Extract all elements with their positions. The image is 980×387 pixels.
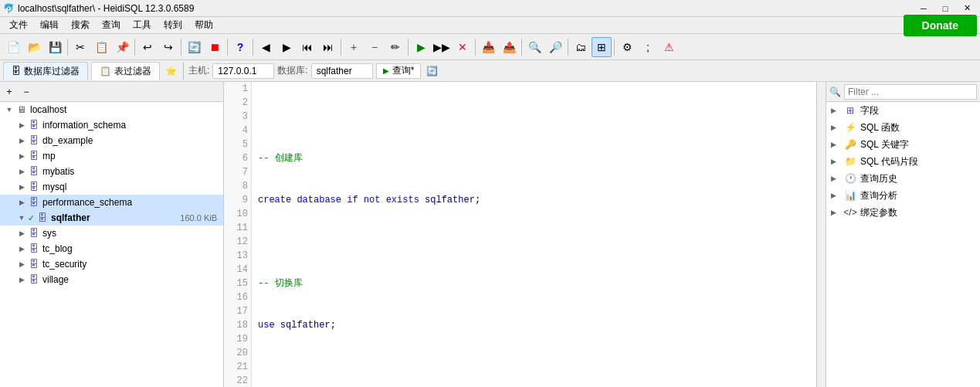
tree-item-mybatis[interactable]: ▶ 🗄 mybatis bbox=[0, 164, 223, 179]
right-item-params[interactable]: ▶ </> 绑定参数 bbox=[826, 204, 980, 221]
maximize-button[interactable]: □ bbox=[935, 2, 955, 15]
filter-search-icon: 🔍 bbox=[829, 87, 841, 97]
right-item-sqlfunc[interactable]: ▶ ⚡ SQL 函数 bbox=[826, 119, 980, 136]
donate-button[interactable]: Donate bbox=[904, 15, 977, 36]
sidebar: + − ▼ 🖥 localhost ▶ 🗄 information_schema… bbox=[0, 82, 224, 387]
undo-button[interactable]: ↩ bbox=[137, 37, 158, 57]
tree-item-sys[interactable]: ▶ 🗄 sys bbox=[0, 226, 223, 241]
run-button[interactable]: ▶ bbox=[411, 37, 431, 57]
expander-sys: ▶ bbox=[15, 229, 28, 237]
fields-icon: ⊞ bbox=[843, 105, 857, 116]
expand-all-button[interactable]: + bbox=[2, 84, 17, 100]
semicolon-btn[interactable]: ; bbox=[638, 37, 658, 57]
help-button[interactable]: ? bbox=[230, 37, 250, 57]
toolbar-sep-8 bbox=[475, 39, 476, 56]
right-item-snippet[interactable]: ▶ 📁 SQL 代码片段 bbox=[826, 153, 980, 170]
sql-editor[interactable]: 12345 678910 1112131415 1617181920 21222… bbox=[224, 82, 816, 387]
menubar: 文件 编辑 搜索 查询 工具 转到 帮助 Donate bbox=[0, 17, 980, 34]
add-row-button[interactable]: + bbox=[344, 37, 364, 57]
delete-row-button[interactable]: − bbox=[365, 37, 385, 57]
save-button[interactable]: 💾 bbox=[45, 37, 65, 57]
redo-button[interactable]: ↪ bbox=[158, 37, 178, 57]
edit-row-button[interactable]: ✏ bbox=[385, 37, 405, 57]
query-refresh-button[interactable]: 🔄 bbox=[424, 63, 439, 79]
import-button[interactable]: 📥 bbox=[478, 37, 498, 57]
stop-button[interactable]: ⏹ bbox=[205, 37, 225, 57]
tree-label-sqlfather: sqlfather bbox=[51, 212, 90, 223]
last-button[interactable]: ⏭ bbox=[318, 37, 338, 57]
menu-tools[interactable]: 工具 bbox=[127, 17, 158, 33]
tree-item-mp[interactable]: ▶ 🗄 mp bbox=[0, 148, 223, 164]
paste-button[interactable]: 📌 bbox=[112, 37, 132, 57]
tree-item-village[interactable]: ▶ 🗄 village bbox=[0, 272, 223, 287]
tree-item-tc-security[interactable]: ▶ 🗄 tc_security bbox=[0, 256, 223, 272]
tree-item-localhost[interactable]: ▼ 🖥 localhost bbox=[0, 102, 223, 117]
right-item-sqlkw[interactable]: ▶ 🔑 SQL 关键字 bbox=[826, 136, 980, 153]
next-button[interactable]: ▶ bbox=[276, 37, 297, 57]
params-expander: ▶ bbox=[831, 209, 840, 216]
grid-btn[interactable]: ⊞ bbox=[592, 37, 612, 57]
menu-edit[interactable]: 编辑 bbox=[34, 17, 65, 33]
table-btn[interactable]: 🗂 bbox=[571, 37, 591, 57]
menu-goto[interactable]: 转到 bbox=[158, 17, 188, 33]
cut-button[interactable]: ✂ bbox=[70, 37, 90, 57]
new-button[interactable]: 📄 bbox=[3, 37, 23, 57]
host-field[interactable] bbox=[212, 63, 274, 79]
export-button[interactable]: 📤 bbox=[499, 37, 519, 57]
db-icon-perf-schema: 🗄 bbox=[28, 197, 40, 208]
tree-item-information-schema[interactable]: ▶ 🗄 information_schema bbox=[0, 117, 223, 133]
db-icon-mp: 🗄 bbox=[28, 151, 40, 161]
sidebar-toolbar: + − bbox=[0, 82, 223, 102]
db-field[interactable] bbox=[311, 63, 373, 79]
tree-item-tc-blog[interactable]: ▶ 🗄 tc_blog bbox=[0, 241, 223, 256]
tree-item-mysql[interactable]: ▶ 🗄 mysql bbox=[0, 179, 223, 195]
tree-item-sqlfather[interactable]: ▼ ✓ 🗄 sqlfather 160.0 KiB bbox=[0, 210, 223, 226]
menu-file[interactable]: 文件 bbox=[3, 17, 34, 33]
tree-label-localhost: localhost bbox=[30, 104, 66, 115]
sql-code[interactable]: -- 创建库 create database if not exists sql… bbox=[252, 82, 816, 387]
vertical-scrollbar[interactable] bbox=[816, 82, 826, 387]
error-btn[interactable]: ⚠ bbox=[659, 37, 679, 57]
titlebar-text: localhost\sqlfather\ - HeidiSQL 12.3.0.6… bbox=[18, 3, 194, 14]
snippet-expander: ▶ bbox=[831, 158, 840, 165]
db-icon-info-schema: 🗄 bbox=[28, 120, 40, 131]
tree-item-performance-schema[interactable]: ▶ 🗄 performance_schema bbox=[0, 195, 223, 210]
cancel-button[interactable]: ✕ bbox=[453, 37, 473, 57]
menu-query[interactable]: 查询 bbox=[96, 17, 127, 33]
close-button[interactable]: ✕ bbox=[957, 2, 977, 15]
open-button[interactable]: 📂 bbox=[24, 37, 44, 57]
db-filter-tab[interactable]: 🗄 数据库过滤器 bbox=[3, 62, 88, 80]
minimize-button[interactable]: ─ bbox=[914, 2, 934, 15]
run-all-button[interactable]: ▶▶ bbox=[432, 37, 452, 57]
refresh-button[interactable]: 🔄 bbox=[184, 37, 204, 57]
tree-label-mysql: mysql bbox=[42, 182, 66, 192]
db-icon-mysql: 🗄 bbox=[28, 182, 40, 192]
star-button[interactable]: ⭐ bbox=[163, 63, 178, 79]
tree-label-village: village bbox=[42, 274, 69, 285]
collapse-all-button[interactable]: − bbox=[19, 84, 34, 100]
line-numbers: 12345 678910 1112131415 1617181920 21222… bbox=[224, 82, 252, 387]
menu-help[interactable]: 帮助 bbox=[188, 17, 219, 33]
right-panel: 🔍 ▶ ⊞ 字段 ▶ ⚡ SQL 函数 ▶ 🔑 SQL 关键字 ▶ 📁 SQL … bbox=[826, 82, 980, 387]
right-filter-input[interactable] bbox=[844, 84, 977, 100]
run-query-button[interactable]: ▶ 查询* bbox=[376, 63, 422, 79]
expander-village: ▶ bbox=[15, 276, 28, 283]
prev-button[interactable]: ◀ bbox=[256, 37, 276, 57]
first-button[interactable]: ⏮ bbox=[297, 37, 317, 57]
db-filter-icon: 🗄 bbox=[12, 66, 21, 76]
search-icon-btn[interactable]: 🔍 bbox=[524, 37, 544, 57]
sqlkw-expander: ▶ bbox=[831, 141, 840, 148]
sqlkw-label: SQL 关键字 bbox=[860, 138, 909, 151]
right-item-history[interactable]: ▶ 🕐 查询历史 bbox=[826, 170, 980, 187]
analysis-label: 查询分析 bbox=[860, 189, 897, 202]
tree-item-db-example[interactable]: ▶ 🗄 db_example bbox=[0, 133, 223, 148]
sqlkw-icon: 🔑 bbox=[843, 139, 857, 150]
right-item-analysis[interactable]: ▶ 📊 查询分析 bbox=[826, 187, 980, 204]
zoom-in-button[interactable]: 🔎 bbox=[545, 37, 565, 57]
table-filter-tab[interactable]: 📋 表过滤器 bbox=[91, 62, 160, 80]
tree-label-mybatis: mybatis bbox=[42, 166, 74, 177]
menu-search[interactable]: 搜索 bbox=[65, 17, 96, 33]
options-btn[interactable]: ⚙ bbox=[617, 37, 637, 57]
copy-button[interactable]: 📋 bbox=[91, 37, 111, 57]
right-item-fields[interactable]: ▶ ⊞ 字段 bbox=[826, 102, 980, 119]
